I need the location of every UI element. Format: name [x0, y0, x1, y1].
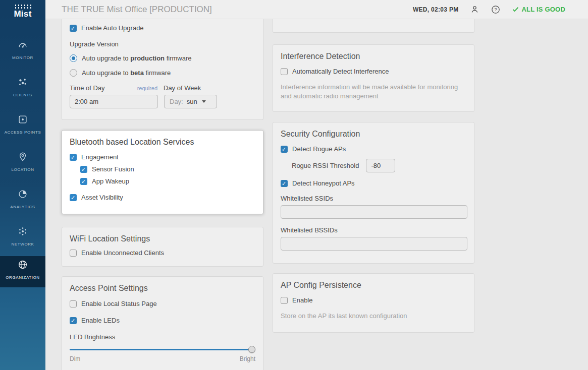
radio-production[interactable]: [70, 54, 77, 62]
access-point-icon: [17, 114, 28, 127]
health-status-text: ALL IS GOOD: [522, 6, 565, 13]
led-brightness-label: LED Brightness: [70, 333, 255, 341]
detect-honeypot-label: Detect Honeypot APs: [292, 179, 355, 187]
bluetooth-card-title: Bluetooth based Location Services: [70, 138, 255, 147]
asset-visibility-row[interactable]: Asset Visibility: [70, 194, 255, 201]
radio-beta-row[interactable]: Auto upgrade to beta firmware: [70, 69, 255, 77]
header-clock: WED, 02:03 PM: [413, 6, 459, 13]
detect-honeypot-checkbox[interactable]: [281, 180, 288, 187]
sidebar-item-monitor[interactable]: MONITOR: [0, 36, 45, 60]
whitelisted-ssids-label: Whitelisted SSIDs: [281, 195, 466, 202]
engagement-checkbox[interactable]: [70, 154, 77, 161]
enable-leds-checkbox[interactable]: [70, 317, 77, 324]
detect-rogue-aps-row[interactable]: Detect Rogue APs: [281, 145, 466, 153]
detect-rogue-aps-checkbox[interactable]: [281, 146, 288, 153]
persistence-enable-label: Enable: [292, 296, 312, 304]
day-of-week-label: Day of Week: [164, 84, 201, 92]
sensor-fusion-checkbox[interactable]: [80, 166, 87, 173]
slider-track[interactable]: [70, 349, 255, 350]
enable-auto-upgrade-row[interactable]: Enable Auto Upgrade: [70, 24, 255, 32]
globe-icon: [17, 259, 28, 272]
auto-detect-interference-checkbox[interactable]: [281, 68, 288, 75]
health-status[interactable]: ALL IS GOOD: [512, 6, 565, 13]
mist-logo[interactable]: Mist: [0, 4, 45, 19]
wifi-card-title: WiFi Location Settings: [70, 234, 255, 243]
engagement-row[interactable]: Engagement: [70, 153, 255, 161]
day-dropdown-prefix: Day:: [170, 98, 183, 105]
clients-dots-icon: [17, 77, 28, 90]
rssi-threshold-label: Rogue RSSI Threshold: [292, 162, 359, 169]
network-dots-icon: [17, 226, 28, 239]
interference-note: Interference information will be made av…: [281, 83, 468, 101]
enable-unconnected-label: Enable Unconnected Clients: [81, 249, 164, 257]
required-label: required: [137, 85, 157, 91]
mist-logo-text: Mist: [14, 9, 31, 19]
enable-leds-row[interactable]: Enable LEDs: [70, 317, 255, 324]
sidebar-item-network[interactable]: NETWORK: [0, 223, 45, 246]
rssi-threshold-row: Rogue RSSI Threshold: [292, 159, 466, 172]
sidebar-item-location[interactable]: LOCATION: [0, 148, 45, 172]
local-status-page-checkbox[interactable]: [70, 300, 77, 307]
chevron-down-icon: [202, 100, 206, 103]
local-status-page-label: Enable Local Status Page: [81, 300, 157, 307]
sidebar-item-analytics[interactable]: ANALYTICS: [0, 186, 45, 209]
schedule-labels-row: Time of Day required Day of Week: [70, 84, 255, 92]
enable-unconnected-row[interactable]: Enable Unconnected Clients: [70, 249, 255, 257]
enable-unconnected-checkbox[interactable]: [70, 250, 77, 257]
asset-visibility-checkbox[interactable]: [70, 194, 77, 201]
interference-detection-card: Interference Detection Automatically Det…: [273, 44, 474, 112]
ap-config-persistence-card: AP Config Persistence Enable Store on th…: [273, 273, 474, 333]
upgrade-version-label: Upgrade Version: [70, 40, 255, 48]
pie-chart-icon: [17, 189, 28, 202]
day-of-week-dropdown[interactable]: Day: sun: [164, 95, 217, 108]
asset-visibility-label: Asset Visibility: [81, 194, 123, 201]
svg-text:?: ?: [494, 7, 497, 12]
interference-card-title: Interference Detection: [281, 52, 466, 61]
radio-beta[interactable]: [70, 69, 77, 77]
auto-detect-interference-row[interactable]: Automatically Detect Interference: [281, 68, 466, 75]
enable-auto-upgrade-checkbox[interactable]: [70, 25, 77, 32]
detect-honeypot-row[interactable]: Detect Honeypot APs: [281, 179, 466, 187]
wifi-location-card: WiFi Location Settings Enable Unconnecte…: [62, 227, 263, 267]
gauge-icon: [17, 39, 28, 52]
slider-bright-label: Bright: [240, 355, 255, 362]
radio-beta-label: Auto upgrade to beta firmware: [82, 69, 171, 77]
whitelisted-ssids-input[interactable]: [281, 205, 467, 219]
rssi-threshold-input[interactable]: [366, 159, 395, 172]
sidebar-item-clients[interactable]: CLIENTS: [0, 74, 45, 97]
slider-dim-label: Dim: [70, 355, 80, 362]
ap-card-title: Access Point Settings: [70, 284, 255, 293]
header-actions: WED, 02:03 PM ? ALL IS GOOD: [413, 5, 565, 15]
bluetooth-location-card: Bluetooth based Location Services Engage…: [62, 130, 263, 214]
app-wakeup-label: App Wakeup: [92, 177, 129, 185]
app-wakeup-row[interactable]: App Wakeup: [80, 177, 255, 185]
sidebar-item-access-points[interactable]: ACCESS POINTS: [0, 111, 45, 135]
time-of-day-input[interactable]: [70, 95, 158, 108]
slider-handle[interactable]: [248, 346, 255, 353]
persistence-enable-checkbox[interactable]: [281, 297, 288, 304]
persistence-note: Store on the AP its last known configura…: [281, 312, 466, 321]
led-brightness-slider[interactable]: [70, 346, 255, 353]
app-window: Enable Auto Upgrade Upgrade Version Auto…: [0, 0, 588, 370]
security-card-title: Security Configuration: [281, 130, 466, 139]
mist-logo-dots-icon: [14, 4, 31, 9]
whitelisted-bssids-input[interactable]: [281, 237, 467, 251]
access-point-settings-card: Access Point Settings Enable Local Statu…: [62, 276, 263, 370]
slider-minmax-labels: Dim Bright: [70, 355, 255, 362]
local-status-page-row[interactable]: Enable Local Status Page: [70, 300, 255, 307]
day-dropdown-value: sun: [187, 98, 197, 105]
radio-production-row[interactable]: Auto upgrade to production firmware: [70, 54, 255, 62]
enable-auto-upgrade-label: Enable Auto Upgrade: [81, 24, 144, 32]
sensor-fusion-row[interactable]: Sensor Fusion: [80, 165, 255, 173]
sensor-fusion-label: Sensor Fusion: [92, 165, 134, 173]
sidebar-item-organization[interactable]: ORGANIZATION: [0, 256, 45, 287]
persistence-enable-row[interactable]: Enable: [281, 296, 466, 304]
user-icon[interactable]: [470, 5, 479, 14]
help-icon[interactable]: ?: [491, 5, 501, 15]
detect-rogue-aps-label: Detect Rogue APs: [292, 145, 346, 153]
check-icon: [512, 6, 519, 13]
page-title: THE TRUE Mist Office [PRODUCTION]: [62, 5, 212, 15]
app-wakeup-checkbox[interactable]: [80, 178, 87, 185]
auto-detect-interference-label: Automatically Detect Interference: [292, 68, 389, 75]
schedule-inputs-row: Day: sun: [70, 95, 255, 108]
